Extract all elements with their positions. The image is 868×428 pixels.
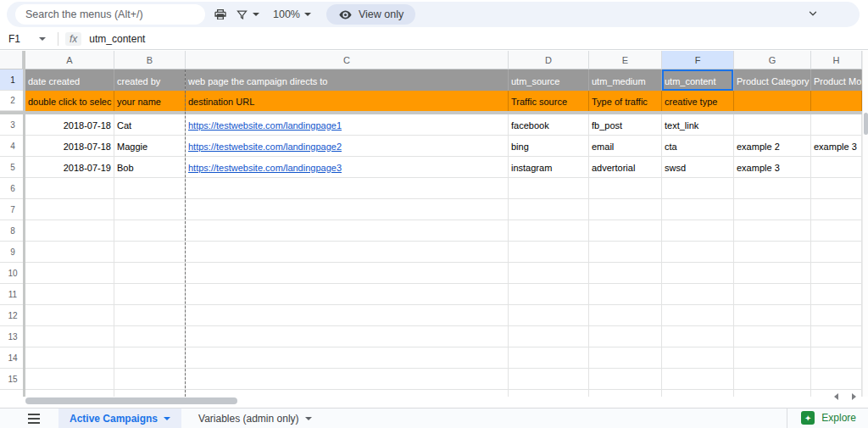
cell-E5[interactable]: advertorial [589, 157, 662, 178]
cell-link[interactable]: https://testwebsite.com/landingpage2 [188, 142, 342, 152]
cell-D11[interactable] [509, 284, 589, 305]
view-only-badge[interactable]: View only [326, 4, 415, 25]
cell-G3[interactable] [734, 114, 811, 136]
cell-C12[interactable] [186, 305, 509, 326]
tab-variables-admin-only[interactable]: Variables (admin only) [190, 409, 320, 428]
cell-B12[interactable] [114, 305, 186, 326]
explore-button[interactable]: ✦ Explore [787, 408, 861, 428]
column-header-D[interactable]: D [509, 51, 589, 69]
print-button[interactable] [214, 8, 227, 21]
cell-C14[interactable] [186, 347, 509, 369]
cell-B10[interactable] [114, 263, 186, 284]
row-header-1[interactable]: 1 [0, 69, 25, 91]
cell-F6[interactable] [662, 178, 734, 199]
cell-C5[interactable]: https://testwebsite.com/landingpage3 [186, 157, 509, 178]
horizontal-scrollbar-thumb[interactable] [25, 397, 237, 404]
vertical-scrollbar[interactable] [862, 51, 868, 397]
cell-F3[interactable]: text_link [662, 114, 734, 136]
column-header-B[interactable]: B [114, 51, 186, 69]
cell-E6[interactable] [589, 178, 662, 199]
cell-A6[interactable] [25, 178, 114, 199]
cell-H8[interactable] [811, 220, 862, 242]
row-header-16[interactable]: 16 [0, 390, 25, 397]
filter-button[interactable] [236, 8, 259, 21]
cell-B14[interactable] [114, 347, 186, 369]
cell-E4[interactable]: email [589, 136, 662, 157]
cell-A1[interactable]: date created [25, 69, 114, 91]
cell-B13[interactable] [114, 326, 186, 347]
cell-F15[interactable] [662, 369, 734, 390]
cell-H5[interactable] [811, 157, 862, 178]
cell-D15[interactable] [509, 369, 589, 390]
cell-F14[interactable] [662, 347, 734, 369]
cell-H12[interactable] [811, 305, 862, 326]
cell-E12[interactable] [589, 305, 662, 326]
cell-F4[interactable]: cta [662, 136, 734, 157]
cell-H11[interactable] [811, 284, 862, 305]
cell-F2[interactable]: creative type [662, 91, 734, 111]
cell-G13[interactable] [734, 326, 811, 347]
row-header-15[interactable]: 15 [0, 369, 25, 390]
cell-A16[interactable] [25, 390, 114, 397]
row-header-4[interactable]: 4 [0, 136, 25, 157]
cell-H4[interactable]: example 3 [811, 136, 862, 157]
cell-E14[interactable] [589, 347, 662, 369]
cell-G11[interactable] [734, 284, 811, 305]
cell-G4[interactable]: example 2 [734, 136, 811, 157]
cell-G12[interactable] [734, 305, 811, 326]
row-header-3[interactable]: 3 [0, 114, 25, 136]
cell-A14[interactable] [25, 347, 114, 369]
cell-E8[interactable] [589, 220, 662, 242]
cell-B6[interactable] [114, 178, 186, 199]
cell-E10[interactable] [589, 263, 662, 284]
name-box[interactable]: F1 [0, 33, 53, 45]
cell-A11[interactable] [25, 284, 114, 305]
cell-A8[interactable] [25, 220, 114, 242]
row-header-8[interactable]: 8 [0, 220, 25, 242]
cell-B5[interactable]: Bob [114, 157, 186, 178]
cell-C8[interactable] [186, 220, 509, 242]
row-header-9[interactable]: 9 [0, 242, 25, 263]
scroll-left-icon[interactable] [834, 393, 838, 400]
cell-E3[interactable]: fb_post [589, 114, 662, 136]
cell-A10[interactable] [25, 263, 114, 284]
cell-F10[interactable] [662, 263, 734, 284]
column-header-G[interactable]: G [734, 51, 811, 69]
cell-D8[interactable] [509, 220, 589, 242]
row-header-12[interactable]: 12 [0, 305, 25, 326]
cell-F16[interactable] [662, 390, 734, 397]
cell-E1[interactable]: utm_medium [589, 69, 662, 91]
select-all-corner[interactable] [0, 51, 23, 69]
cell-H1[interactable]: Product Mo [811, 69, 862, 91]
cell-H10[interactable] [811, 263, 862, 284]
cell-E16[interactable] [589, 390, 662, 397]
column-header-A[interactable]: A [25, 51, 114, 69]
cell-H14[interactable] [811, 347, 862, 369]
cell-F5[interactable]: swsd [662, 157, 734, 178]
cell-C16[interactable] [186, 390, 509, 397]
cell-G10[interactable] [734, 263, 811, 284]
cell-E15[interactable] [589, 369, 662, 390]
cell-C15[interactable] [186, 369, 509, 390]
cell-C11[interactable] [186, 284, 509, 305]
cell-G2[interactable] [734, 91, 811, 111]
cell-B8[interactable] [114, 220, 186, 242]
cell-C9[interactable] [186, 242, 509, 263]
column-header-H[interactable]: H [811, 51, 862, 69]
cell-H7[interactable] [811, 199, 862, 220]
cell-A3[interactable]: 2018-07-18 [25, 114, 114, 136]
cell-link[interactable]: https://testwebsite.com/landingpage1 [188, 120, 342, 131]
cell-H6[interactable] [811, 178, 862, 199]
cell-C10[interactable] [186, 263, 509, 284]
cell-G5[interactable]: example 3 [734, 157, 811, 178]
cell-A15[interactable] [25, 369, 114, 390]
cell-D16[interactable] [509, 390, 589, 397]
column-header-C[interactable]: C [186, 51, 509, 69]
cell-A12[interactable] [25, 305, 114, 326]
cell-B11[interactable] [114, 284, 186, 305]
cell-A4[interactable]: 2018-07-18 [25, 136, 114, 157]
cell-A2[interactable]: double click to selec [25, 91, 114, 111]
cell-F11[interactable] [662, 284, 734, 305]
formula-input[interactable]: utm_content [89, 33, 145, 45]
cell-A13[interactable] [25, 326, 114, 347]
